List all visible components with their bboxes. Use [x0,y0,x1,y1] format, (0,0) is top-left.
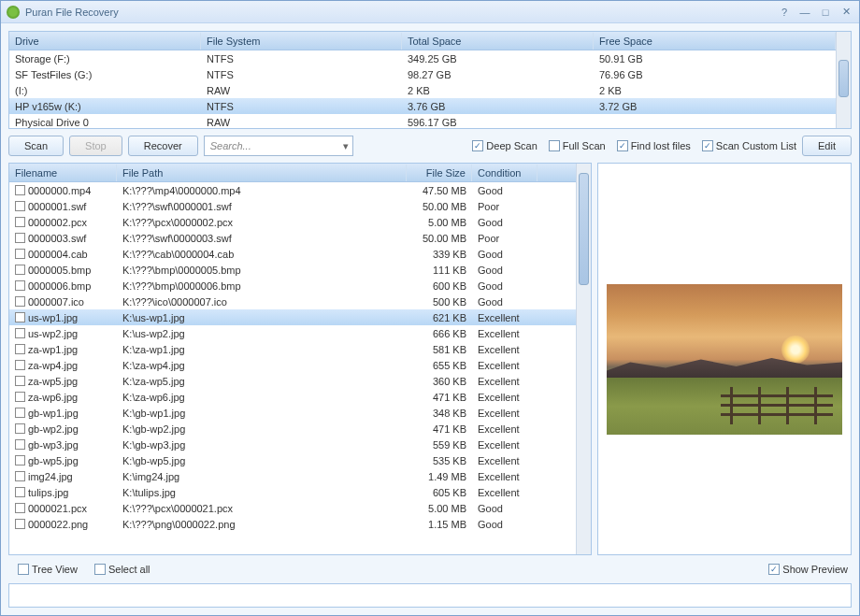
preview-image [607,284,842,435]
file-header-path[interactable]: File Path [117,165,407,181]
file-cell-path: K:\gb-wp3.jpg [117,438,407,451]
file-row[interactable]: 0000001.swfK:\???\swf\0000001.swf50.00 M… [9,198,576,214]
drive-row[interactable]: Physical Drive 0RAW596.17 GB [9,114,836,128]
file-row[interactable]: gb-wp1.jpgK:\gb-wp1.jpg348 KBExcellent [9,405,576,421]
file-checkbox[interactable] [15,487,25,497]
file-checkbox[interactable] [15,408,25,418]
custom-list-label: Scan Custom List [716,140,796,151]
file-row[interactable]: img24.jpgK:\img24.jpg1.49 MBExcellent [9,468,576,484]
drive-row[interactable]: Storage (F:)NTFS349.25 GB50.91 GB [9,50,836,66]
file-checkbox[interactable] [15,265,25,275]
file-checkbox[interactable] [15,392,25,402]
deep-scan-checkbox[interactable]: Deep Scan [472,140,537,151]
file-cell-size: 1.15 MB [407,518,472,531]
show-preview-checkbox[interactable]: Show Preview [768,564,848,575]
file-row[interactable]: 0000005.bmpK:\???\bmp\0000005.bmp111 KBG… [9,262,576,278]
drive-row[interactable]: SF TestFiles (G:)NTFS98.27 GB76.96 GB [9,66,836,82]
file-row[interactable]: gb-wp3.jpgK:\gb-wp3.jpg559 KBExcellent [9,437,576,452]
file-header-cond[interactable]: Condition [472,165,538,181]
file-row[interactable]: 0000006.bmpK:\???\bmp\0000006.bmp600 KBG… [9,278,576,294]
file-header-name[interactable]: Filename [9,165,117,181]
file-checkbox[interactable] [15,344,25,354]
select-all-checkbox[interactable]: Select all [94,564,150,575]
drive-cell: 2 KB [402,84,594,97]
file-cell-path: K:\gb-wp2.jpg [117,423,407,436]
file-checkbox[interactable] [15,328,25,338]
file-cell-cond: Poor [472,200,538,213]
file-checkbox[interactable] [15,471,25,481]
tree-view-label: Tree View [32,564,78,575]
file-cell-path: K:\gb-wp1.jpg [117,407,407,420]
drive-scrollbar[interactable] [836,32,851,128]
drive-header-free[interactable]: Free Space [594,33,836,50]
scan-button[interactable]: Scan [8,136,64,156]
file-name: gb-wp5.jpg [28,455,79,466]
help-button[interactable]: ? [777,6,792,19]
file-checkbox[interactable] [15,217,25,227]
file-cell-path: K:\img24.jpg [117,470,407,483]
file-row[interactable]: us-wp2.jpgK:\us-wp2.jpg666 KBExcellent [9,325,576,341]
file-checkbox[interactable] [15,296,25,307]
file-row[interactable]: 0000022.pngK:\???\png\0000022.png1.15 MB… [9,516,576,532]
file-cell-name: za-wp1.jpg [9,343,117,356]
find-lost-checkbox[interactable]: Find lost files [617,140,691,151]
full-scan-checkbox[interactable]: Full Scan [549,140,606,151]
recover-button[interactable]: Recover [128,136,198,156]
file-cell-size: 339 KB [407,248,472,261]
drive-cell: 50.91 GB [594,52,836,65]
tree-view-checkbox[interactable]: Tree View [18,564,78,575]
drive-header-drive[interactable]: Drive [9,33,201,50]
close-button[interactable]: ✕ [838,6,853,19]
file-checkbox[interactable] [15,201,25,211]
file-row[interactable]: za-wp5.jpgK:\za-wp5.jpg360 KBExcellent [9,373,576,389]
drive-row[interactable]: HP v165w (K:)NTFS3.76 GB3.72 GB [9,98,836,114]
file-row[interactable]: 0000021.pcxK:\???\pcx\0000021.pcx5.00 MB… [9,500,576,516]
drive-row[interactable]: (I:)RAW2 KB2 KB [9,82,836,98]
drive-header-fs[interactable]: File System [201,33,402,50]
file-checkbox[interactable] [15,439,25,450]
file-row[interactable]: za-wp6.jpgK:\za-wp6.jpg471 KBExcellent [9,389,576,405]
file-cell-name: za-wp6.jpg [9,391,117,404]
file-checkbox[interactable] [15,455,25,466]
scrollbar-thumb[interactable] [579,173,589,285]
file-checkbox[interactable] [15,312,25,322]
checkbox-icon [617,140,628,151]
file-checkbox[interactable] [15,280,25,291]
file-checkbox[interactable] [15,503,25,513]
file-checkbox[interactable] [15,249,25,259]
minimize-button[interactable]: — [797,6,812,19]
file-row[interactable]: 0000003.swfK:\???\swf\0000003.swf50.00 M… [9,230,576,246]
file-cell-cond: Excellent [472,454,538,467]
file-checkbox[interactable] [15,185,25,195]
file-cell-cond: Excellent [472,311,538,324]
bottom-bar: Tree View Select all Show Preview [8,561,852,578]
search-input[interactable]: Search... [204,136,353,156]
file-row[interactable]: tulips.jpgK:\tulips.jpg605 KBExcellent [9,484,576,500]
file-cell-cond: Excellent [472,407,538,420]
file-checkbox[interactable] [15,423,25,434]
file-row[interactable]: za-wp1.jpgK:\za-wp1.jpg581 KBExcellent [9,341,576,357]
file-row[interactable]: gb-wp5.jpgK:\gb-wp5.jpg535 KBExcellent [9,452,576,468]
file-row[interactable]: gb-wp2.jpgK:\gb-wp2.jpg471 KBExcellent [9,421,576,437]
file-checkbox[interactable] [15,233,25,243]
drive-header-total[interactable]: Total Space [402,33,594,50]
stop-button[interactable]: Stop [69,136,122,156]
file-checkbox[interactable] [15,360,25,370]
file-name: us-wp1.jpg [28,312,78,323]
file-checkbox[interactable] [15,519,25,529]
drive-cell: 349.25 GB [402,52,594,65]
file-row[interactable]: 0000000.mp4K:\???\mp4\0000000.mp447.50 M… [9,182,576,198]
file-scrollbar[interactable] [576,164,591,554]
file-row[interactable]: 0000004.cabK:\???\cab\0000004.cab339 KBG… [9,246,576,262]
file-name: 0000022.png [28,519,88,530]
edit-button[interactable]: Edit [802,136,852,156]
maximize-button[interactable]: □ [818,6,833,19]
file-row[interactable]: 0000007.icoK:\???\ico\0000007.ico500 KBG… [9,294,576,309]
file-row[interactable]: us-wp1.jpgK:\us-wp1.jpg621 KBExcellent [9,309,576,325]
custom-list-checkbox[interactable]: Scan Custom List [702,140,796,151]
file-row[interactable]: 0000002.pcxK:\???\pcx\0000002.pcx5.00 MB… [9,214,576,230]
file-checkbox[interactable] [15,376,25,386]
file-row[interactable]: za-wp4.jpgK:\za-wp4.jpg655 KBExcellent [9,357,576,373]
scrollbar-thumb[interactable] [838,60,849,97]
file-header-size[interactable]: File Size [407,165,472,181]
